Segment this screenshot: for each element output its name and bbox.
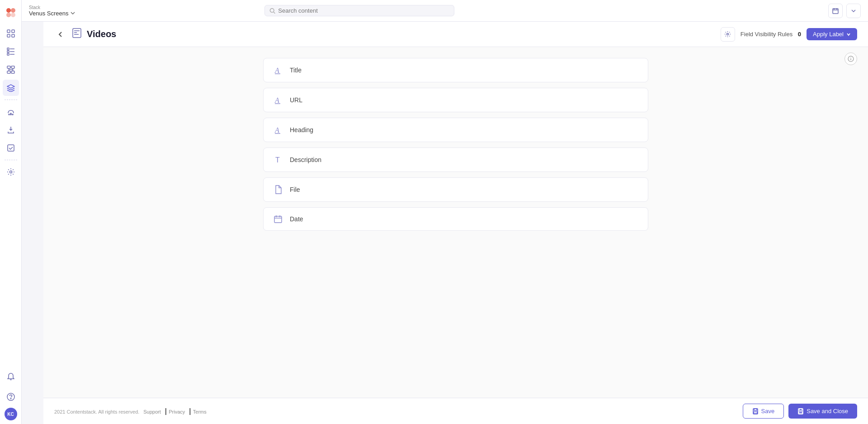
search-bar[interactable] [264,5,454,16]
sidebar-item-signals[interactable] [3,104,19,120]
field-type-heading-icon: A [273,125,283,134]
svg-rect-56 [754,412,757,414]
field-visibility-label: Field Visibility Rules [741,31,793,38]
save-button[interactable]: Save [743,404,784,419]
svg-rect-14 [7,66,10,68]
sidebar-item-notifications[interactable] [3,369,19,385]
svg-point-0 [6,8,11,13]
terms-link[interactable]: Terms [193,409,207,414]
footer-copyright: 2021 Contentstack. All rights reserved. … [54,407,207,415]
svg-point-29 [270,8,274,12]
save-icon [752,408,759,414]
svg-point-26 [9,171,12,173]
sidebar-divider-2 [5,160,17,160]
field-type-date-icon [273,215,283,223]
field-item-date[interactable]: Date [263,207,648,231]
save-close-icon [797,408,804,414]
svg-text:A: A [274,67,279,74]
svg-rect-35 [73,29,81,38]
field-item-title[interactable]: A Title [263,58,648,82]
svg-rect-6 [7,34,10,37]
svg-rect-12 [7,53,9,55]
field-title-label: Title [290,67,302,74]
chevron-down-icon[interactable] [70,10,75,16]
field-visibility-count: 0 [798,31,801,38]
save-and-close-button[interactable]: Save and Close [788,404,857,419]
footer-links: Support | Privacy | Terms [142,407,207,415]
svg-rect-25 [8,145,14,151]
field-date-label: Date [290,215,303,223]
content-body: A Title A URL [43,47,868,398]
workspace-name-text: Venus Screens [29,10,68,17]
field-item-url[interactable]: A URL [263,88,648,112]
svg-point-24 [12,114,13,115]
svg-rect-15 [11,66,14,68]
svg-rect-47 [274,216,282,223]
search-icon [269,8,275,14]
field-type-file-icon [273,185,283,194]
info-icon [848,56,854,62]
field-type-paragraph-icon: T [273,155,283,164]
svg-rect-58 [799,409,802,410]
svg-point-28 [10,398,11,399]
svg-point-23 [10,114,11,115]
svg-text:A: A [274,126,279,134]
dropdown-icon-btn[interactable] [846,4,861,18]
sidebar-item-content-types[interactable] [3,62,19,78]
stack-info: Stack Venus Screens [29,5,75,17]
svg-rect-55 [754,409,757,410]
svg-point-1 [11,8,15,13]
svg-rect-31 [833,9,838,14]
logo-icon[interactable] [3,5,19,21]
svg-rect-5 [12,30,14,33]
svg-point-39 [727,33,729,35]
svg-rect-16 [7,71,10,73]
svg-point-2 [6,13,11,17]
field-file-label: File [290,186,300,193]
page-title: Videos [87,29,116,39]
sidebar-divider-1 [5,100,17,100]
copyright-text: 2021 Contentstack. All rights reserved. [54,409,139,414]
sidebar-item-releases[interactable] [3,122,19,138]
field-type-text-icon: A [273,66,283,75]
sidebar-item-entries[interactable] [3,43,19,60]
calendar-icon-btn[interactable] [828,4,843,18]
svg-point-22 [9,114,9,115]
field-url-label: URL [290,96,302,104]
svg-rect-4 [7,30,10,33]
sidebar-item-help[interactable] [3,389,19,405]
sidebar-item-tasks[interactable] [3,140,19,156]
sidebar-item-settings[interactable] [3,164,19,180]
content-header: Videos Field Visibility Rules 0 Apply La… [43,22,868,47]
settings-button[interactable] [721,27,735,42]
privacy-link[interactable]: Privacy [169,409,185,414]
sidebar-bottom: KC [3,368,19,420]
search-input[interactable] [278,7,449,14]
svg-line-30 [274,12,275,13]
info-button[interactable] [844,52,857,65]
chevron-down-small-icon [851,9,856,13]
svg-rect-7 [12,34,14,37]
sidebar-item-dashboard[interactable] [3,25,19,42]
sidebar: KC [0,0,22,424]
support-link[interactable]: Support [143,409,161,414]
svg-rect-17 [11,71,14,73]
svg-text:T: T [275,156,280,164]
back-button[interactable] [54,28,67,41]
field-heading-label: Heading [290,126,313,133]
content-type-icon [72,28,81,40]
field-item-description[interactable]: T Description [263,148,648,172]
back-arrow-icon [57,31,64,38]
field-item-file[interactable]: File [263,177,648,202]
topbar-right [828,4,861,18]
stack-name: Venus Screens [29,10,75,17]
user-avatar[interactable]: KC [5,408,17,420]
sidebar-item-stack[interactable] [3,80,19,96]
svg-rect-10 [7,51,9,52]
apply-label-button[interactable]: Apply Label [807,28,857,40]
field-item-heading[interactable]: A Heading [263,118,648,142]
svg-rect-8 [7,48,9,50]
header-right: Field Visibility Rules 0 Apply Label [721,27,857,42]
main-wrapper: Videos Field Visibility Rules 0 Apply La… [43,22,868,424]
stack-label: Stack [29,5,75,10]
